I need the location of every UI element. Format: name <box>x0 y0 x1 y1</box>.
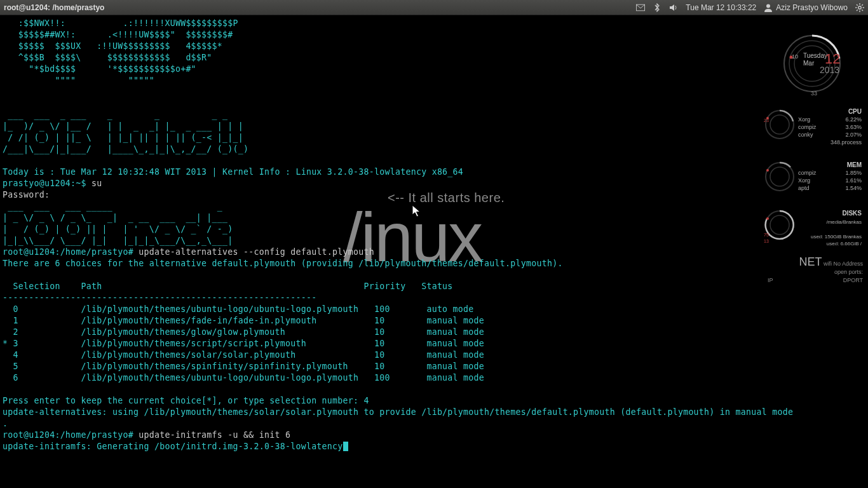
user-prompt: prastyo@u1204:~$ <box>3 179 92 188</box>
username-label: Aziz Prastyo Wibowo <box>776 3 848 12</box>
cpu-val: 6.22% <box>845 116 862 123</box>
cmd-update-alternatives: update-alternatives --config default.ply… <box>139 247 374 257</box>
table-row: * 3 /lib/plymouth/themes/script/script.p… <box>3 339 484 348</box>
press-enter-line: Press enter to keep the current choice[*… <box>3 396 369 405</box>
table-header: Selection Path Priority Status <box>3 281 453 291</box>
gear-icon[interactable] <box>855 3 864 12</box>
net-title: NET <box>799 255 822 268</box>
svg-text:13: 13 <box>764 239 769 243</box>
svg-point-21 <box>766 169 769 172</box>
mem-proc: Xorg <box>798 177 810 184</box>
mem-proc: compiz <box>798 169 817 177</box>
cpu-title: CPU <box>798 108 862 116</box>
ascii-art-2013: ___ ___ _ ___ _ _ _ _ |_ )/ _ \/ |__ / |… <box>3 110 248 154</box>
cpu-proc: compiz <box>798 123 817 131</box>
using-line: update-alternatives: using /lib/plymouth… <box>3 407 793 417</box>
svg-line-8 <box>862 10 863 11</box>
dot-line: . <box>3 419 8 428</box>
user-menu[interactable]: Aziz Prastyo Wibowo <box>764 3 848 12</box>
net-status: wifi No Address <box>824 261 863 267</box>
svg-point-16 <box>770 115 789 134</box>
clock-tick: 33 <box>811 90 817 97</box>
clock-year: 2013 <box>820 65 839 75</box>
cpu-val: 2.07% <box>845 131 862 139</box>
disks-title: DISKS <box>842 210 862 217</box>
mem-proc: aptd <box>798 184 810 192</box>
table-row: 4 /lib/plymouth/themes/solar/solar.plymo… <box>3 350 484 360</box>
net-widget: NET wifi No Address open ports: IPDPORT <box>768 258 863 285</box>
net-ports: open ports: <box>768 268 863 276</box>
svg-text:75: 75 <box>764 233 769 237</box>
conky-widgets: 10 Tuesday Mar 12 2013 33 23 CPU Xorg6.2… <box>768 32 863 285</box>
table-row: 6 /lib/plymouth/themes/ubuntu-logo/ubunt… <box>3 373 484 383</box>
terminal-output[interactable]: :$$NWX!!: .:!!!!!!XUWW$$$$$$$$$P $$$$$##… <box>0 15 868 455</box>
ascii-art-root: ___ ___ ___ _____ _ | _ \/ _ \ / _ \_ _|… <box>3 201 248 245</box>
svg-line-7 <box>857 4 858 6</box>
svg-text:23: 23 <box>764 118 769 123</box>
system-top-bar: root@u1204: /home/prastyo Tue Mar 12 10:… <box>0 0 868 15</box>
choices-line: There are 6 choices for the alternative … <box>3 259 563 268</box>
cpu-proc: conky <box>798 131 813 139</box>
generating-line: update-initramfs: Generating /boot/initr… <box>3 442 343 451</box>
cpu-widget: 23 CPU Xorg6.22% compiz3.63% conky2.07% … <box>768 103 863 149</box>
bluetooth-icon[interactable] <box>653 3 661 12</box>
window-title: root@u1204: /home/prastyo <box>4 3 636 12</box>
table-row: 0 /lib/plymouth/themes/ubuntu-logo/ubunt… <box>3 304 474 314</box>
today-line: Today is : Tue Mar 12 10:32:48 WIT 2013 … <box>3 167 463 177</box>
table-divider: ----------------------------------------… <box>3 293 316 302</box>
cmd-initramfs: update-initramfs -u && init 6 <box>139 430 290 440</box>
mem-title: MEM <box>798 161 862 169</box>
root-prompt-1: root@u1204:/home/prastyo# <box>3 247 139 257</box>
disks-used2: used: 6.66GiB / <box>811 240 862 247</box>
ascii-art-logo: :$$NWX!!: .:!!!!!!XUWW$$$$$$$$$P $$$$$##… <box>3 18 238 85</box>
disks-widget: 75 13 DISKS /media/Brankas used: 150GiB … <box>768 205 863 250</box>
svg-point-24 <box>766 217 769 220</box>
disks-mount: /media/Brankas <box>811 219 862 226</box>
table-row: 5 /lib/plymouth/themes/spinfinity/spinfi… <box>3 362 484 371</box>
mem-widget: MEM compiz1.85% Xorg1.61% aptd1.54% <box>768 156 863 197</box>
volume-icon[interactable] <box>669 3 678 12</box>
disks-used1: used: 150GiB Brankas <box>811 233 862 240</box>
cpu-summary: 348.process <box>798 139 862 146</box>
mail-icon[interactable] <box>636 3 645 12</box>
net-ip: IP <box>768 276 773 285</box>
table-row: 2 /lib/plymouth/themes/glow/glow.plymout… <box>3 327 484 337</box>
svg-point-1 <box>766 4 770 8</box>
svg-point-2 <box>858 6 861 8</box>
clock-text[interactable]: Tue Mar 12 10:33:22 <box>686 3 756 12</box>
mem-val: 1.85% <box>845 169 862 177</box>
mem-val: 1.54% <box>845 184 862 192</box>
svg-line-9 <box>857 10 858 11</box>
cpu-proc: Xorg <box>798 116 810 123</box>
cpu-val: 3.63% <box>845 123 862 131</box>
svg-point-23 <box>770 215 789 234</box>
user-icon <box>764 3 773 12</box>
clock-widget: 10 Tuesday Mar 12 2013 33 <box>768 32 863 95</box>
clock-hour: 10 <box>792 53 798 60</box>
root-prompt-2: root@u1204:/home/prastyo# <box>3 430 139 440</box>
table-row: 1 /lib/plymouth/themes/fade-in/fade-in.p… <box>3 316 484 325</box>
password-label: Password: <box>3 190 50 200</box>
su-command: su <box>92 179 102 188</box>
svg-line-10 <box>862 4 863 6</box>
topbar-indicators: Tue Mar 12 10:33:22 Aziz Prastyo Wibowo <box>636 3 864 12</box>
net-dport: DPORT <box>843 276 863 285</box>
terminal-cursor <box>343 442 348 451</box>
mem-val: 1.61% <box>845 177 862 184</box>
svg-point-20 <box>770 167 789 186</box>
clock-weekday: Tuesday <box>803 52 827 60</box>
